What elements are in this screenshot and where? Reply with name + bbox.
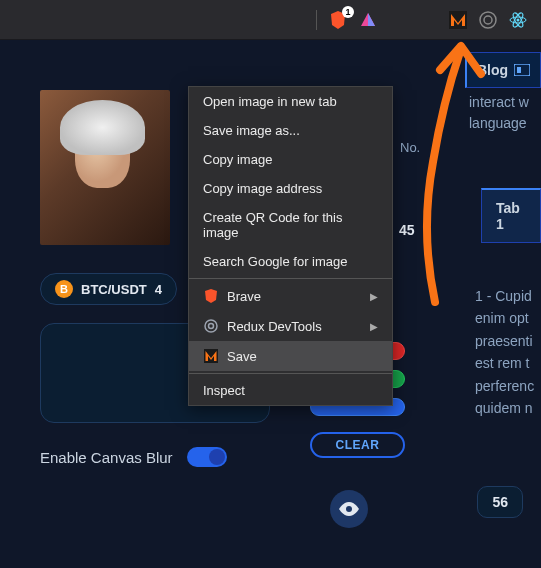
brave-block-count: 1 — [342, 6, 354, 18]
target-extension-icon[interactable] — [478, 10, 498, 30]
cm-copy-image[interactable]: Copy image — [189, 145, 392, 174]
browser-toolbar: 1 — [0, 0, 541, 40]
submenu-arrow-icon: ▶ — [370, 291, 378, 302]
toolbar-divider — [316, 10, 317, 30]
clear-button[interactable]: CLEAR — [310, 432, 405, 458]
cm-brave[interactable]: Brave ▶ — [189, 281, 392, 311]
canvas-blur-row: Enable Canvas Blur — [40, 447, 541, 467]
brave-shield-icon[interactable]: 1 — [328, 10, 348, 30]
react-devtools-icon[interactable] — [508, 10, 528, 30]
lorem-text-block: 1 - Cupid enim opt praesenti est rem t p… — [475, 285, 541, 419]
portrait-image[interactable] — [40, 90, 170, 245]
svg-point-10 — [205, 320, 217, 332]
svg-point-2 — [484, 16, 492, 24]
submenu-arrow-icon: ▶ — [370, 321, 378, 332]
visibility-toggle-button[interactable] — [330, 490, 368, 528]
save-extension-icon[interactable] — [448, 10, 468, 30]
save-m-icon — [203, 348, 219, 364]
number-45: 45 — [399, 222, 415, 238]
btc-pair-label: BTC/USDT — [81, 282, 147, 297]
cm-save-extension[interactable]: Save — [189, 341, 392, 371]
cm-search-google[interactable]: Search Google for image — [189, 247, 392, 276]
extension-triangle-icon[interactable] — [358, 10, 378, 30]
cm-inspect[interactable]: Inspect — [189, 376, 392, 405]
canvas-blur-label: Enable Canvas Blur — [40, 449, 173, 466]
svg-point-11 — [209, 324, 214, 329]
eye-icon — [339, 502, 359, 516]
btc-price-pill[interactable]: B BTC/USDT 4 — [40, 273, 177, 305]
svg-point-3 — [517, 18, 520, 21]
redux-icon — [203, 318, 219, 334]
bitcoin-icon: B — [55, 280, 73, 298]
cm-separator — [189, 278, 392, 279]
cm-open-new-tab[interactable]: Open image in new tab — [189, 87, 392, 116]
number-label: No. — [400, 140, 420, 155]
svg-point-1 — [480, 12, 496, 28]
cm-save-image-as[interactable]: Save image as... — [189, 116, 392, 145]
image-context-menu: Open image in new tab Save image as... C… — [188, 86, 393, 406]
cm-separator — [189, 373, 392, 374]
btc-price-fragment: 4 — [155, 282, 162, 297]
cm-copy-image-address[interactable]: Copy image address — [189, 174, 392, 203]
cm-redux-devtools[interactable]: Redux DevTools ▶ — [189, 311, 392, 341]
badge-56[interactable]: 56 — [477, 486, 523, 518]
brave-icon — [203, 288, 219, 304]
cm-create-qr[interactable]: Create QR Code for this image — [189, 203, 392, 247]
svg-point-9 — [346, 506, 352, 512]
canvas-blur-toggle[interactable] — [187, 447, 227, 467]
